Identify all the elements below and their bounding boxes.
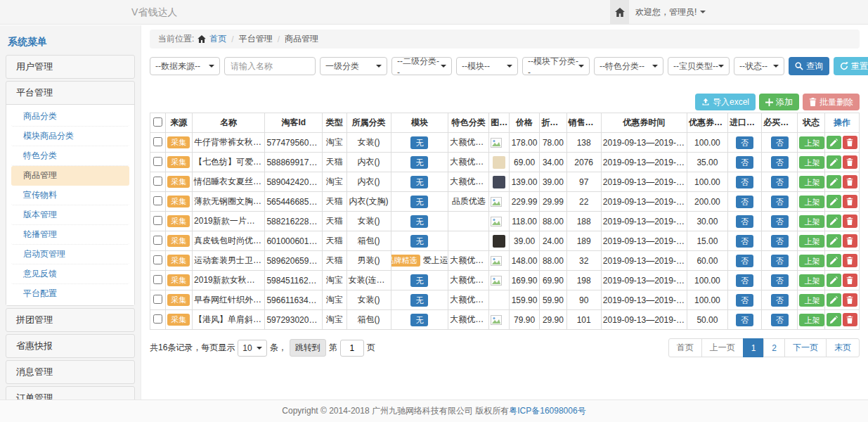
import-select-toggle[interactable]: 否 [736, 274, 753, 287]
sidebar-item-active[interactable]: 商品管理 [11, 166, 129, 186]
module-none-badge[interactable]: 无 [410, 156, 428, 169]
module-none-badge[interactable]: 无 [410, 136, 428, 149]
sidebar-group-heading[interactable]: 订单管理 [6, 387, 134, 399]
sidebar-item[interactable]: 版本管理 [11, 205, 129, 225]
row-checkbox[interactable] [153, 196, 162, 205]
edit-button[interactable] [827, 195, 841, 208]
module-sub-category-select[interactable]: --模块下分类-- [522, 57, 590, 75]
status-badge[interactable]: 上架 [799, 314, 824, 326]
reset-button[interactable]: 重置 [834, 57, 868, 75]
row-checkbox[interactable] [153, 137, 162, 146]
module-none-badge[interactable]: 无 [410, 294, 428, 307]
sidebar-group-heading[interactable]: 平台管理 [6, 82, 134, 104]
edit-button[interactable] [827, 234, 841, 248]
user-menu[interactable]: 欢迎您，管理员! [635, 0, 706, 24]
jump-page-input[interactable] [340, 340, 364, 357]
sidebar-group-heading[interactable]: 拼团管理 [6, 309, 134, 331]
edit-button[interactable] [827, 155, 841, 169]
sidebar-item[interactable]: 模块商品分类 [11, 127, 129, 146]
module-none-badge[interactable]: 无 [410, 196, 428, 208]
breadcrumb-home-link[interactable]: 首页 [209, 33, 226, 45]
module-select[interactable]: --模块-- [456, 57, 518, 75]
edit-button[interactable] [827, 313, 841, 326]
home-shortcut-button[interactable] [610, 0, 629, 24]
search-button[interactable]: 查询 [789, 57, 829, 75]
delete-button[interactable] [843, 136, 857, 149]
import-select-toggle[interactable]: 否 [736, 294, 753, 307]
status-badge[interactable]: 上架 [799, 156, 824, 169]
sidebar-item[interactable]: 意见反馈 [11, 264, 129, 284]
row-checkbox[interactable] [153, 295, 162, 304]
pager-button[interactable]: 末页 [826, 338, 860, 357]
edit-button[interactable] [827, 274, 841, 287]
level1-category-select[interactable]: 一级分类 [320, 57, 387, 75]
pager-button[interactable]: 下一页 [784, 338, 827, 357]
sidebar-item[interactable]: 特色分类 [11, 146, 129, 166]
module-none-badge[interactable]: 无 [410, 274, 428, 287]
jump-to-page-button[interactable]: 跳转到 [290, 339, 326, 357]
row-checkbox[interactable] [153, 255, 162, 264]
per-page-select[interactable]: 10 [238, 340, 266, 357]
delete-button[interactable] [843, 313, 857, 326]
status-badge[interactable]: 上架 [799, 215, 824, 228]
icp-link[interactable]: 粤ICP备16098006号 [509, 406, 585, 416]
edit-button[interactable] [827, 136, 841, 149]
status-select[interactable]: --状态-- [734, 57, 784, 75]
delete-button[interactable] [843, 215, 857, 228]
name-input[interactable] [224, 57, 316, 75]
must-buy-toggle[interactable]: 否 [771, 255, 789, 267]
status-badge[interactable]: 上架 [799, 235, 824, 248]
must-buy-toggle[interactable]: 否 [771, 215, 789, 228]
delete-button[interactable] [843, 293, 857, 307]
import-select-toggle[interactable]: 否 [736, 196, 753, 208]
delete-button[interactable] [843, 254, 857, 267]
select-all-checkbox[interactable] [153, 117, 162, 127]
delete-button[interactable] [843, 234, 857, 248]
import-select-toggle[interactable]: 否 [736, 136, 753, 149]
edit-button[interactable] [827, 215, 841, 228]
import-select-toggle[interactable]: 否 [736, 215, 753, 228]
import-select-toggle[interactable]: 否 [736, 255, 753, 267]
status-badge[interactable]: 上架 [799, 196, 824, 208]
batch-delete-button[interactable]: 批量删除 [803, 94, 860, 110]
sidebar-item[interactable]: 宣传物料 [11, 186, 129, 205]
import-select-toggle[interactable]: 否 [736, 235, 753, 248]
edit-button[interactable] [827, 175, 841, 188]
delete-button[interactable] [843, 274, 857, 287]
sidebar-group-heading[interactable]: 省惠快报 [6, 335, 134, 357]
item-type-select[interactable]: --宝贝类型-- [668, 57, 730, 75]
must-buy-toggle[interactable]: 否 [771, 176, 789, 188]
status-badge[interactable]: 上架 [799, 274, 824, 287]
must-buy-toggle[interactable]: 否 [771, 235, 789, 248]
edit-button[interactable] [827, 254, 841, 267]
level2-category-select[interactable]: --二级分类-- [391, 57, 452, 75]
pager-button[interactable]: 1 [743, 338, 765, 357]
must-buy-toggle[interactable]: 否 [771, 294, 789, 307]
module-none-badge[interactable]: 无 [410, 176, 428, 188]
row-checkbox[interactable] [153, 157, 162, 166]
row-checkbox[interactable] [153, 216, 162, 225]
feature-category-select[interactable]: --特色分类-- [594, 57, 663, 75]
status-badge[interactable]: 上架 [799, 294, 824, 307]
must-buy-toggle[interactable]: 否 [771, 156, 789, 169]
delete-button[interactable] [843, 155, 857, 169]
row-checkbox[interactable] [153, 236, 162, 245]
pager-button[interactable]: 首页 [668, 338, 702, 357]
sidebar-group-heading[interactable]: 用户管理 [6, 56, 134, 78]
status-badge[interactable]: 上架 [799, 176, 824, 188]
must-buy-toggle[interactable]: 否 [771, 196, 789, 208]
module-none-badge[interactable]: 无 [410, 314, 428, 326]
status-badge[interactable]: 上架 [799, 136, 824, 149]
sidebar-item[interactable]: 启动页管理 [11, 245, 129, 264]
data-source-select[interactable]: --数据来源-- [150, 57, 220, 75]
edit-button[interactable] [827, 293, 841, 307]
row-checkbox[interactable] [153, 177, 162, 186]
module-none-badge[interactable]: 无 [410, 215, 428, 228]
must-buy-toggle[interactable]: 否 [771, 136, 789, 149]
sidebar-item[interactable]: 商品分类 [11, 107, 129, 127]
must-buy-toggle[interactable]: 否 [771, 274, 789, 287]
row-checkbox[interactable] [153, 314, 162, 324]
sidebar-item[interactable]: 轮播管理 [11, 225, 129, 245]
import-select-toggle[interactable]: 否 [736, 314, 753, 326]
add-button[interactable]: 添加 [759, 94, 799, 110]
